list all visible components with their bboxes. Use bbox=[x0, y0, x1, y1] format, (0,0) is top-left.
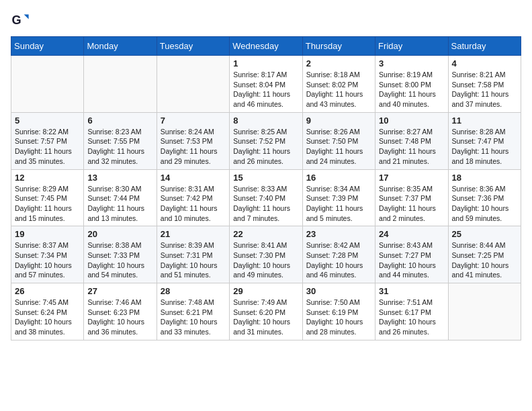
calendar-cell: 14Sunrise: 8:31 AMSunset: 7:42 PMDayligh… bbox=[157, 169, 229, 226]
calendar-week-row: 1Sunrise: 8:17 AMSunset: 8:04 PMDaylight… bbox=[11, 56, 521, 113]
day-info: Sunrise: 8:38 AMSunset: 7:33 PMDaylight:… bbox=[87, 240, 152, 280]
day-info: Sunrise: 8:17 AMSunset: 8:04 PMDaylight:… bbox=[233, 70, 298, 109]
calendar-cell: 21Sunrise: 8:39 AMSunset: 7:31 PMDayligh… bbox=[157, 226, 229, 283]
day-number: 8 bbox=[233, 116, 298, 126]
day-number: 5 bbox=[15, 116, 80, 126]
calendar-cell: 28Sunrise: 7:48 AMSunset: 6:21 PMDayligh… bbox=[157, 283, 229, 340]
day-info: Sunrise: 8:37 AMSunset: 7:34 PMDaylight:… bbox=[15, 240, 80, 280]
day-info: Sunrise: 7:51 AMSunset: 6:17 PMDaylight:… bbox=[379, 298, 444, 337]
calendar-cell: 10Sunrise: 8:27 AMSunset: 7:48 PMDayligh… bbox=[375, 112, 448, 169]
calendar-cell bbox=[84, 56, 157, 113]
day-number: 12 bbox=[15, 173, 80, 183]
day-number: 24 bbox=[379, 229, 444, 239]
calendar-cell: 20Sunrise: 8:38 AMSunset: 7:33 PMDayligh… bbox=[84, 226, 157, 283]
calendar-cell: 31Sunrise: 7:51 AMSunset: 6:17 PMDayligh… bbox=[375, 283, 448, 340]
day-number: 30 bbox=[306, 286, 371, 296]
calendar-cell: 9Sunrise: 8:26 AMSunset: 7:50 PMDaylight… bbox=[302, 112, 375, 169]
day-number: 6 bbox=[87, 116, 152, 126]
day-info: Sunrise: 7:50 AMSunset: 6:19 PMDaylight:… bbox=[306, 298, 371, 337]
day-number: 26 bbox=[15, 286, 80, 296]
day-number: 14 bbox=[161, 173, 226, 183]
calendar-cell: 15Sunrise: 8:33 AMSunset: 7:40 PMDayligh… bbox=[230, 169, 302, 226]
calendar-cell: 19Sunrise: 8:37 AMSunset: 7:34 PMDayligh… bbox=[11, 226, 84, 283]
day-number: 10 bbox=[379, 116, 444, 126]
calendar-cell: 4Sunrise: 8:21 AMSunset: 7:58 PMDaylight… bbox=[448, 56, 521, 113]
logo-icon: G bbox=[11, 11, 30, 30]
day-info: Sunrise: 7:46 AMSunset: 6:23 PMDaylight:… bbox=[87, 298, 152, 337]
day-info: Sunrise: 8:25 AMSunset: 7:52 PMDaylight:… bbox=[233, 127, 298, 167]
weekday-header-tuesday: Tuesday bbox=[157, 37, 229, 56]
weekday-header-sunday: Sunday bbox=[11, 37, 84, 56]
day-info: Sunrise: 8:33 AMSunset: 7:40 PMDaylight:… bbox=[233, 184, 298, 224]
svg-text:G: G bbox=[11, 13, 21, 27]
day-info: Sunrise: 8:39 AMSunset: 7:31 PMDaylight:… bbox=[161, 240, 226, 280]
weekday-header-friday: Friday bbox=[375, 37, 448, 56]
calendar-table: SundayMondayTuesdayWednesdayThursdayFrid… bbox=[11, 36, 521, 340]
day-number: 4 bbox=[452, 58, 517, 68]
day-number: 13 bbox=[87, 173, 152, 183]
day-info: Sunrise: 8:21 AMSunset: 7:58 PMDaylight:… bbox=[452, 70, 517, 109]
day-info: Sunrise: 8:27 AMSunset: 7:48 PMDaylight:… bbox=[379, 127, 444, 167]
day-info: Sunrise: 8:23 AMSunset: 7:55 PMDaylight:… bbox=[87, 127, 152, 167]
calendar-cell bbox=[448, 283, 521, 340]
day-info: Sunrise: 8:30 AMSunset: 7:44 PMDaylight:… bbox=[87, 184, 152, 224]
calendar-cell: 16Sunrise: 8:34 AMSunset: 7:39 PMDayligh… bbox=[302, 169, 375, 226]
day-number: 9 bbox=[306, 116, 371, 126]
calendar-cell: 8Sunrise: 8:25 AMSunset: 7:52 PMDaylight… bbox=[230, 112, 302, 169]
calendar-cell: 24Sunrise: 8:43 AMSunset: 7:27 PMDayligh… bbox=[375, 226, 448, 283]
calendar-week-row: 12Sunrise: 8:29 AMSunset: 7:45 PMDayligh… bbox=[11, 169, 521, 226]
calendar-cell: 17Sunrise: 8:35 AMSunset: 7:37 PMDayligh… bbox=[375, 169, 448, 226]
weekday-header-monday: Monday bbox=[84, 37, 157, 56]
page-header: G bbox=[11, 11, 521, 30]
day-info: Sunrise: 8:36 AMSunset: 7:36 PMDaylight:… bbox=[452, 184, 517, 224]
day-info: Sunrise: 8:44 AMSunset: 7:25 PMDaylight:… bbox=[452, 240, 517, 280]
day-info: Sunrise: 8:19 AMSunset: 8:00 PMDaylight:… bbox=[379, 70, 444, 109]
day-number: 2 bbox=[306, 58, 371, 68]
day-number: 7 bbox=[161, 116, 226, 126]
day-info: Sunrise: 7:48 AMSunset: 6:21 PMDaylight:… bbox=[161, 298, 226, 337]
day-info: Sunrise: 8:22 AMSunset: 7:57 PMDaylight:… bbox=[15, 127, 80, 167]
calendar-cell: 13Sunrise: 8:30 AMSunset: 7:44 PMDayligh… bbox=[84, 169, 157, 226]
calendar-week-row: 5Sunrise: 8:22 AMSunset: 7:57 PMDaylight… bbox=[11, 112, 521, 169]
calendar-cell: 18Sunrise: 8:36 AMSunset: 7:36 PMDayligh… bbox=[448, 169, 521, 226]
day-number: 17 bbox=[379, 173, 444, 183]
calendar-cell bbox=[11, 56, 84, 113]
weekday-header-saturday: Saturday bbox=[448, 37, 521, 56]
day-info: Sunrise: 8:26 AMSunset: 7:50 PMDaylight:… bbox=[306, 127, 371, 167]
day-info: Sunrise: 8:28 AMSunset: 7:47 PMDaylight:… bbox=[452, 127, 517, 167]
calendar-week-row: 26Sunrise: 7:45 AMSunset: 6:24 PMDayligh… bbox=[11, 283, 521, 340]
day-info: Sunrise: 8:43 AMSunset: 7:27 PMDaylight:… bbox=[379, 240, 444, 280]
day-info: Sunrise: 8:24 AMSunset: 7:53 PMDaylight:… bbox=[161, 127, 226, 167]
day-number: 29 bbox=[233, 286, 298, 296]
day-number: 19 bbox=[15, 229, 80, 239]
weekday-header-row: SundayMondayTuesdayWednesdayThursdayFrid… bbox=[11, 37, 521, 56]
calendar-cell: 2Sunrise: 8:18 AMSunset: 8:02 PMDaylight… bbox=[302, 56, 375, 113]
day-number: 16 bbox=[306, 173, 371, 183]
calendar-cell bbox=[157, 56, 229, 113]
calendar-cell: 23Sunrise: 8:42 AMSunset: 7:28 PMDayligh… bbox=[302, 226, 375, 283]
calendar-cell: 22Sunrise: 8:41 AMSunset: 7:30 PMDayligh… bbox=[230, 226, 302, 283]
day-number: 27 bbox=[87, 286, 152, 296]
day-number: 23 bbox=[306, 229, 371, 239]
calendar-cell: 26Sunrise: 7:45 AMSunset: 6:24 PMDayligh… bbox=[11, 283, 84, 340]
weekday-header-wednesday: Wednesday bbox=[230, 37, 302, 56]
logo: G bbox=[11, 11, 32, 30]
day-number: 31 bbox=[379, 286, 444, 296]
day-number: 1 bbox=[233, 58, 298, 68]
calendar-cell: 12Sunrise: 8:29 AMSunset: 7:45 PMDayligh… bbox=[11, 169, 84, 226]
calendar-cell: 27Sunrise: 7:46 AMSunset: 6:23 PMDayligh… bbox=[84, 283, 157, 340]
calendar-cell: 5Sunrise: 8:22 AMSunset: 7:57 PMDaylight… bbox=[11, 112, 84, 169]
day-info: Sunrise: 7:49 AMSunset: 6:20 PMDaylight:… bbox=[233, 298, 298, 337]
day-number: 22 bbox=[233, 229, 298, 239]
day-number: 15 bbox=[233, 173, 298, 183]
calendar-cell: 25Sunrise: 8:44 AMSunset: 7:25 PMDayligh… bbox=[448, 226, 521, 283]
day-info: Sunrise: 8:34 AMSunset: 7:39 PMDaylight:… bbox=[306, 184, 371, 224]
calendar-cell: 7Sunrise: 8:24 AMSunset: 7:53 PMDaylight… bbox=[157, 112, 229, 169]
calendar-cell: 11Sunrise: 8:28 AMSunset: 7:47 PMDayligh… bbox=[448, 112, 521, 169]
day-info: Sunrise: 8:29 AMSunset: 7:45 PMDaylight:… bbox=[15, 184, 80, 224]
calendar-cell: 6Sunrise: 8:23 AMSunset: 7:55 PMDaylight… bbox=[84, 112, 157, 169]
day-number: 20 bbox=[87, 229, 152, 239]
calendar-cell: 30Sunrise: 7:50 AMSunset: 6:19 PMDayligh… bbox=[302, 283, 375, 340]
svg-marker-1 bbox=[24, 15, 29, 19]
calendar-cell: 1Sunrise: 8:17 AMSunset: 8:04 PMDaylight… bbox=[230, 56, 302, 113]
